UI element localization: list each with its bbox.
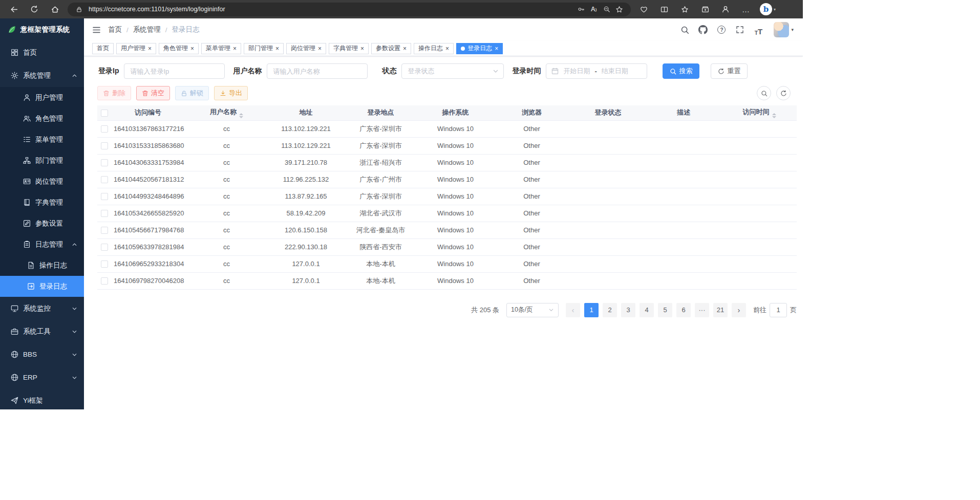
sort-icon[interactable] [772, 113, 776, 118]
close-icon[interactable]: × [445, 46, 449, 52]
row-checkbox[interactable] [101, 210, 108, 217]
site-lock-icon[interactable] [73, 3, 86, 15]
sidebar-toggle[interactable] [92, 26, 101, 34]
tab-menu-mgmt[interactable]: 菜单管理× [201, 43, 241, 54]
tab-user-mgmt[interactable]: 用户管理× [116, 43, 156, 54]
page-button-5[interactable]: 5 [658, 303, 672, 317]
address-bar[interactable]: https://ccnetcore.com:1101/system/log/lo… [68, 3, 631, 16]
column-browser[interactable]: 浏览器 [493, 105, 571, 120]
close-icon[interactable]: × [318, 46, 322, 52]
sidebar-item-role-mgmt[interactable]: 角色管理 [0, 108, 84, 129]
page-button-4[interactable]: 4 [640, 303, 654, 317]
status-select[interactable]: 登录状态 [401, 63, 504, 79]
help-icon[interactable]: ? [715, 24, 728, 36]
sidebar-item-system-monitor[interactable]: 系统监控 [0, 297, 84, 320]
page-button-3[interactable]: 3 [621, 303, 635, 317]
page-button-1[interactable]: 1 [584, 303, 599, 317]
select-all-checkbox[interactable] [101, 110, 108, 117]
sort-icon[interactable] [239, 113, 243, 118]
fullscreen-icon[interactable] [734, 24, 746, 36]
profile-icon[interactable] [717, 2, 734, 16]
tab-role-mgmt[interactable]: 角色管理× [159, 43, 199, 54]
collections-icon[interactable] [696, 2, 714, 16]
search-icon[interactable] [678, 24, 691, 36]
reset-button[interactable]: 重置 [711, 63, 748, 79]
login-time-range-picker[interactable]: 开始日期 - 结束日期 [546, 63, 647, 79]
page-button-6[interactable]: 6 [676, 303, 691, 317]
sidebar-item-login-log[interactable]: 登录日志 [0, 276, 84, 297]
unlock-button[interactable]: 解锁 [175, 86, 209, 100]
url-text[interactable]: https://ccnetcore.com:1101/system/log/lo… [89, 6, 574, 13]
tab-post-mgmt[interactable]: 岗位管理× [286, 43, 326, 54]
column-id[interactable]: 访问编号 [112, 105, 184, 120]
tab-dept-mgmt[interactable]: 部门管理× [244, 43, 284, 54]
page-size-select[interactable]: 10条/页 [506, 303, 559, 317]
sidebar-item-post-mgmt[interactable]: 岗位管理 [0, 171, 84, 192]
tab-home[interactable]: 首页 [92, 43, 114, 54]
tab-dict-mgmt[interactable]: 字典管理× [329, 43, 369, 54]
search-button[interactable]: 搜索 [663, 63, 699, 79]
close-icon[interactable]: × [233, 46, 237, 52]
user-name-input[interactable] [267, 63, 368, 79]
user-avatar[interactable] [774, 22, 789, 37]
refresh-button[interactable] [26, 2, 43, 16]
delete-button[interactable]: 删除 [97, 86, 131, 100]
prev-page-button[interactable]: ‹ [566, 303, 580, 317]
bing-discover-icon[interactable]: b [760, 3, 772, 15]
close-icon[interactable]: × [360, 46, 364, 52]
close-icon[interactable]: × [190, 46, 194, 52]
favorites-icon[interactable] [676, 2, 693, 16]
close-icon[interactable]: × [495, 46, 498, 52]
clear-button[interactable]: 清空 [136, 86, 170, 100]
row-checkbox[interactable] [101, 277, 108, 285]
split-screen-icon[interactable] [655, 2, 673, 16]
browser-essentials-icon[interactable] [635, 2, 652, 16]
sidebar-item-dept-mgmt[interactable]: 部门管理 [0, 150, 84, 171]
login-ip-input[interactable] [124, 63, 225, 79]
page-button-2[interactable]: 2 [603, 303, 617, 317]
sidebar-item-yi-framework[interactable]: Yi框架 [0, 389, 84, 409]
row-checkbox[interactable] [101, 260, 108, 268]
tab-param-settings[interactable]: 参数设置× [371, 43, 411, 54]
column-description[interactable]: 描述 [645, 105, 722, 120]
sidebar-item-system-tools[interactable]: 系统工具 [0, 320, 84, 343]
export-button[interactable]: 导出 [214, 86, 248, 100]
row-checkbox[interactable] [101, 159, 108, 166]
column-time[interactable]: 访问时间 [722, 105, 797, 120]
sidebar-item-menu-mgmt[interactable]: 菜单管理 [0, 129, 84, 150]
password-key-icon[interactable] [574, 3, 587, 15]
toggle-search-button[interactable] [757, 86, 771, 100]
zoom-icon[interactable] [600, 3, 613, 15]
tab-login-log[interactable]: 登录日志× [456, 43, 503, 54]
sidebar-item-log-mgmt[interactable]: 日志管理 [0, 234, 84, 255]
refresh-table-button[interactable] [776, 86, 791, 100]
row-checkbox[interactable] [101, 244, 108, 251]
favorite-star-icon[interactable] [613, 3, 626, 15]
row-checkbox[interactable] [101, 125, 108, 133]
close-icon[interactable]: × [403, 46, 407, 52]
sidebar-item-system-mgmt[interactable]: 系统管理 [0, 64, 84, 87]
sidebar-item-param-settings[interactable]: 参数设置 [0, 213, 84, 234]
column-os[interactable]: 操作系统 [418, 105, 493, 120]
column-status[interactable]: 登录状态 [571, 105, 645, 120]
sidebar-item-home[interactable]: 首页 [0, 41, 84, 64]
pagination-more-button[interactable]: ··· [695, 303, 709, 317]
row-checkbox[interactable] [101, 142, 108, 149]
sidebar-item-dict-mgmt[interactable]: 字典管理 [0, 192, 84, 213]
read-aloud-icon[interactable]: A) [587, 3, 600, 15]
browser-menu-icon[interactable]: … [737, 2, 755, 16]
tab-operation-log[interactable]: 操作日志× [414, 43, 454, 54]
column-address[interactable]: 地址 [269, 105, 343, 120]
close-icon[interactable]: × [148, 46, 152, 52]
sidebar-item-bbs[interactable]: BBS [0, 343, 84, 366]
sidebar-item-operation-log[interactable]: 操作日志 [0, 255, 84, 276]
close-icon[interactable]: × [275, 46, 279, 52]
start-date-placeholder[interactable]: 开始日期 [563, 67, 590, 76]
sidebar-item-erp[interactable]: ERP [0, 366, 84, 389]
next-page-button[interactable]: › [732, 303, 746, 317]
breadcrumb-item[interactable]: 首页 [108, 25, 122, 34]
sidebar-item-user-mgmt[interactable]: 用户管理 [0, 87, 84, 108]
row-checkbox[interactable] [101, 176, 108, 183]
row-checkbox[interactable] [101, 193, 108, 200]
breadcrumb-item[interactable]: 系统管理 [133, 25, 161, 34]
